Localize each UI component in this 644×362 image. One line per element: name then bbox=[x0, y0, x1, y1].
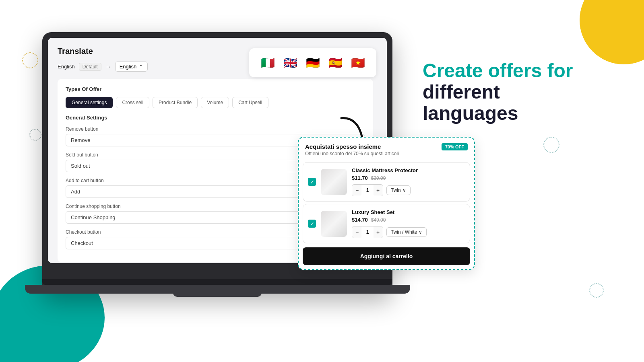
qty-variant-row-2: − 1 + Twin / White ∨ bbox=[352, 226, 465, 238]
product-img-inner-1 bbox=[321, 169, 347, 195]
qty-value-1: 1 bbox=[362, 185, 373, 196]
variant-chevron-2: ∨ bbox=[419, 229, 422, 235]
discount-badge: 70% OFF bbox=[442, 143, 468, 150]
bg-dotted-circle-1 bbox=[22, 52, 38, 68]
flag-spain[interactable]: 🇪🇸 bbox=[326, 54, 344, 72]
qty-plus-1[interactable]: + bbox=[373, 185, 383, 196]
product-check-1[interactable]: ✓ bbox=[308, 178, 316, 186]
product-name-2: Luxury Sheet Set bbox=[352, 209, 465, 215]
tab-cart-upsell[interactable]: Cart Upsell bbox=[232, 97, 268, 108]
heading-line1: Create offers for bbox=[423, 60, 573, 81]
price-old-2: $49.00 bbox=[371, 217, 386, 223]
variant-chevron-1: ∨ bbox=[402, 187, 406, 193]
product-card-2: ✓ Luxury Sheet Set $14.70 $49.00 − 1 + T… bbox=[303, 204, 470, 243]
qty-minus-2[interactable]: − bbox=[352, 226, 362, 238]
qty-plus-2[interactable]: + bbox=[373, 226, 383, 238]
qty-value-2: 1 bbox=[362, 226, 373, 238]
flag-row: 🇮🇹 🇬🇧 🇩🇪 🇪🇸 🇻🇳 bbox=[249, 48, 376, 77]
product-image-1 bbox=[321, 169, 347, 195]
qty-variant-row-1: − 1 + Twin ∨ bbox=[352, 184, 465, 196]
types-of-offer-title: Types Of Offer bbox=[66, 86, 365, 92]
price-new-1: $11.70 bbox=[352, 175, 368, 181]
widget-title: Acquistati spesso insieme bbox=[305, 143, 399, 150]
target-lang-select[interactable]: English ⌃ bbox=[115, 62, 148, 72]
product-info-2: Luxury Sheet Set $14.70 $49.00 − 1 + Twi… bbox=[352, 209, 465, 238]
product-prices-1: $11.70 $39.00 bbox=[352, 175, 465, 181]
heading-line3: languages bbox=[423, 103, 518, 124]
source-lang-label: English bbox=[58, 64, 75, 70]
general-settings-subtitle: General Settings bbox=[66, 115, 365, 121]
flag-germany[interactable]: 🇩🇪 bbox=[304, 54, 322, 72]
tab-volume[interactable]: Volume bbox=[201, 97, 229, 108]
price-old-1: $39.00 bbox=[371, 175, 386, 181]
widget-subtitle: Ottieni uno sconto del 70% su questi art… bbox=[305, 151, 399, 156]
laptop-hinge bbox=[42, 279, 392, 285]
widget-header-text: Acquistati spesso insieme Ottieni uno sc… bbox=[305, 143, 399, 156]
flag-vietnam[interactable]: 🇻🇳 bbox=[349, 54, 367, 72]
product-image-2 bbox=[321, 211, 347, 237]
product-name-1: Classic Mattress Protector bbox=[352, 167, 465, 173]
qty-control-2: − 1 + bbox=[352, 226, 383, 238]
default-badge: Default bbox=[79, 63, 101, 71]
tab-cross-sell[interactable]: Cross sell bbox=[116, 97, 149, 108]
target-lang-chevron: ⌃ bbox=[139, 64, 143, 70]
product-widget: Acquistati spesso insieme Ottieni uno sc… bbox=[298, 137, 475, 270]
tab-product-bundle[interactable]: Product Bundle bbox=[153, 97, 198, 108]
widget-header: Acquistati spesso insieme Ottieni uno sc… bbox=[299, 138, 474, 160]
offer-tabs-row: General settings Cross sell Product Bund… bbox=[66, 97, 365, 108]
bg-dotted-circle-2 bbox=[29, 129, 41, 141]
product-card-1: ✓ Classic Mattress Protector $11.70 $39.… bbox=[303, 162, 470, 202]
product-prices-2: $14.70 $49.00 bbox=[352, 217, 465, 223]
product-check-2[interactable]: ✓ bbox=[308, 220, 316, 228]
price-new-2: $14.70 bbox=[352, 217, 368, 223]
heading-line2: different bbox=[423, 81, 500, 103]
flag-uk[interactable]: 🇬🇧 bbox=[281, 54, 299, 72]
tab-general-settings[interactable]: General settings bbox=[66, 97, 113, 108]
bg-yellow-circle bbox=[580, 0, 644, 64]
variant-select-1[interactable]: Twin ∨ bbox=[386, 185, 411, 195]
bg-dotted-circle-3 bbox=[543, 137, 559, 153]
lang-arrow: → bbox=[105, 64, 111, 70]
variant-value-1: Twin bbox=[391, 187, 401, 193]
product-img-inner-2 bbox=[321, 211, 347, 237]
create-offers-heading: Create offers for different languages bbox=[423, 60, 608, 124]
laptop-stand bbox=[173, 289, 262, 297]
qty-minus-1[interactable]: − bbox=[352, 185, 362, 196]
variant-value-2: Twin / White bbox=[391, 229, 417, 235]
product-info-1: Classic Mattress Protector $11.70 $39.00… bbox=[352, 167, 465, 196]
remove-button-label: Remove button bbox=[66, 126, 365, 132]
qty-control-1: − 1 + bbox=[352, 184, 383, 196]
bg-dotted-circle-4 bbox=[589, 283, 604, 298]
right-content: Create offers for different languages bbox=[423, 60, 608, 124]
target-lang-value: English bbox=[120, 64, 137, 70]
add-to-cart-button[interactable]: Aggiungi al carrello bbox=[303, 247, 470, 265]
flag-italy[interactable]: 🇮🇹 bbox=[259, 54, 277, 72]
variant-select-2[interactable]: Twin / White ∨ bbox=[386, 227, 427, 237]
